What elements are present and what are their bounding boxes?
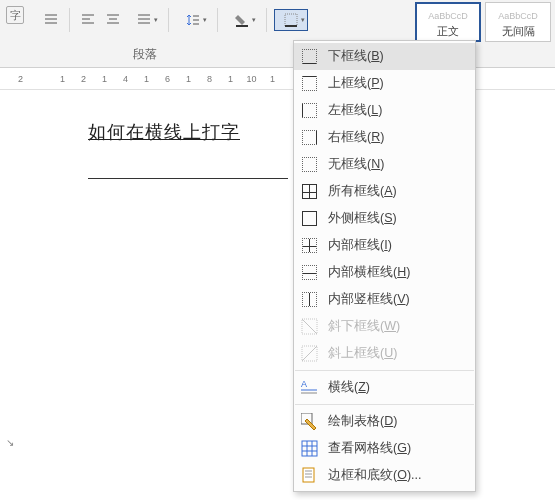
menu-separator: [295, 404, 474, 405]
svg-rect-29: [302, 441, 317, 456]
menu-item-label: 左框线(L): [328, 102, 467, 119]
ruler-tick: 4: [115, 74, 136, 84]
style-preview: AaBbCcD: [486, 3, 550, 22]
ruler-tick: 10: [241, 74, 262, 84]
separator: [217, 8, 218, 32]
menu-item-right[interactable]: 右框线(R): [294, 124, 475, 151]
svg-rect-34: [303, 468, 314, 482]
align-distribute-button[interactable]: [40, 9, 62, 31]
align-center-button[interactable]: [102, 9, 124, 31]
style-tile-nospacing[interactable]: AaBbCcD 无间隔: [485, 2, 551, 42]
draw-icon: [300, 413, 318, 431]
menu-item-dialog[interactable]: 边框和底纹(O)...: [294, 462, 475, 489]
paragraph-group-label: 段落: [0, 46, 290, 63]
separator: [168, 8, 169, 32]
menu-item-diag-up: 斜上框线(U): [294, 340, 475, 367]
menu-item-label: 右框线(R): [328, 129, 467, 146]
menu-item-label: 查看网格线(G): [328, 440, 467, 457]
menu-item-top[interactable]: 上框线(P): [294, 70, 475, 97]
menu-item-outside[interactable]: 外侧框线(S): [294, 205, 475, 232]
style-name: 无间隔: [486, 22, 550, 41]
ruler-tick: 1: [220, 74, 241, 84]
align-left-button[interactable]: [77, 9, 99, 31]
menu-item-hline[interactable]: A横线(Z): [294, 374, 475, 401]
menu-item-bottom[interactable]: 下框线(B): [294, 43, 475, 70]
hline-icon: A: [300, 379, 318, 397]
menu-item-label: 内部横框线(H): [328, 264, 467, 281]
ruler-tick: 1: [178, 74, 199, 84]
separator: [266, 8, 267, 32]
style-tile-body[interactable]: AaBbCcD 正文: [415, 2, 481, 42]
borders-button[interactable]: [274, 9, 308, 31]
top-icon: [300, 75, 318, 93]
menu-item-label: 绘制表格(D): [328, 413, 467, 430]
menu-item-gridlines[interactable]: 查看网格线(G): [294, 435, 475, 462]
gridlines-icon: [300, 440, 318, 458]
menu-item-label: 内部框线(I): [328, 237, 467, 254]
ruler-tick: 6: [157, 74, 178, 84]
ruler-tick: 2: [73, 74, 94, 84]
align-justify-button[interactable]: [127, 9, 161, 31]
menu-item-label: 斜下框线(W): [328, 318, 467, 335]
menu-item-none[interactable]: 无框线(N): [294, 151, 475, 178]
menu-item-label: 横线(Z): [328, 379, 467, 396]
diag-up-icon: [300, 345, 318, 363]
separator: [69, 8, 70, 32]
svg-rect-17: [285, 14, 297, 26]
ruler-tick: 1: [52, 74, 73, 84]
bottom-icon: [300, 48, 318, 66]
menu-item-draw[interactable]: 绘制表格(D): [294, 408, 475, 435]
menu-item-inside[interactable]: 内部框线(I): [294, 232, 475, 259]
menu-separator: [295, 370, 474, 371]
ruler-tick: 1: [94, 74, 115, 84]
horizontal-line: [88, 178, 288, 179]
menu-item-label: 所有框线(A): [328, 183, 467, 200]
inner-h-icon: [300, 264, 318, 282]
style-preview: AaBbCcD: [416, 3, 480, 22]
menu-item-label: 斜上框线(U): [328, 345, 467, 362]
diag-down-icon: [300, 318, 318, 336]
format-painter-icon[interactable]: 字: [6, 6, 24, 24]
style-name: 正文: [416, 22, 480, 41]
svg-rect-16: [236, 25, 248, 27]
menu-item-label: 内部竖框线(V): [328, 291, 467, 308]
svg-line-22: [302, 319, 317, 334]
left-icon: [300, 102, 318, 120]
menu-item-label: 边框和底纹(O)...: [328, 467, 467, 484]
styles-gallery: AaBbCcD 正文 AaBbCcD 无间隔: [411, 0, 555, 44]
menu-item-label: 外侧框线(S): [328, 210, 467, 227]
ruler-tick: 1: [136, 74, 157, 84]
inside-icon: [300, 237, 318, 255]
none-icon: [300, 156, 318, 174]
dialog-launcher-icon[interactable]: ↘: [6, 437, 14, 448]
ruler-tick: 1: [262, 74, 283, 84]
menu-item-label: 上框线(P): [328, 75, 467, 92]
outside-icon: [300, 210, 318, 228]
menu-item-left[interactable]: 左框线(L): [294, 97, 475, 124]
line-spacing-button[interactable]: [176, 9, 210, 31]
right-icon: [300, 129, 318, 147]
dialog-icon: [300, 467, 318, 485]
menu-item-label: 无框线(N): [328, 156, 467, 173]
ruler-tick: 8: [199, 74, 220, 84]
svg-text:A: A: [301, 379, 307, 389]
inner-v-icon: [300, 291, 318, 309]
menu-item-label: 下框线(B): [328, 48, 467, 65]
menu-item-inner-h[interactable]: 内部横框线(H): [294, 259, 475, 286]
shading-button[interactable]: [225, 9, 259, 31]
menu-item-inner-v[interactable]: 内部竖框线(V): [294, 286, 475, 313]
menu-item-diag-down: 斜下框线(W): [294, 313, 475, 340]
ruler-tick: 2: [10, 74, 31, 84]
menu-item-all[interactable]: 所有框线(A): [294, 178, 475, 205]
borders-dropdown: 下框线(B)上框线(P)左框线(L)右框线(R)无框线(N)所有框线(A)外侧框…: [293, 40, 476, 492]
all-icon: [300, 183, 318, 201]
svg-line-24: [302, 346, 317, 361]
